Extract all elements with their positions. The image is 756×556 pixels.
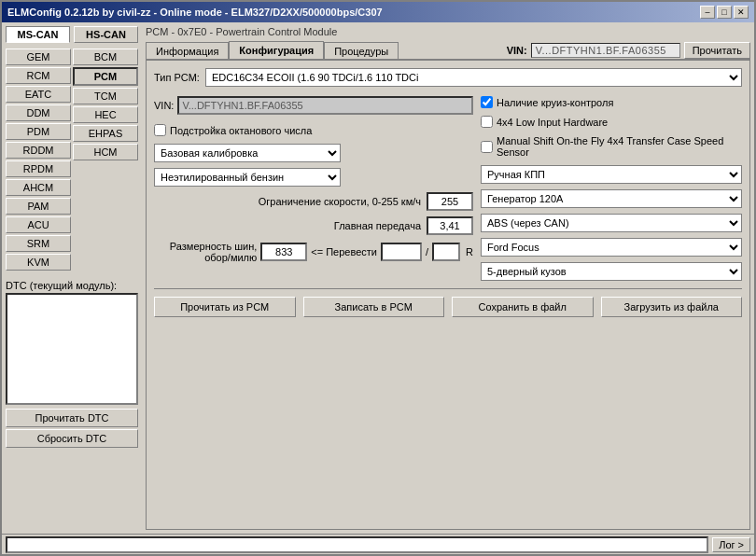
4x4-low-checkbox-label: 4x4 Low Input Hardware [497, 117, 608, 128]
generator-select-row: Генератор 120А [481, 189, 742, 208]
dtc-section: DTC (текущий модуль): Прочитать DTC Сбро… [6, 280, 138, 450]
main-content: MS-CAN HS-CAN GEM RCM EATC DDM PDM RDDM … [2, 22, 754, 534]
tab-header-row: Информация Конфигурация Процедуры [146, 41, 399, 60]
octane-checkbox[interactable] [154, 124, 166, 136]
gear-ratio-label: Главная передача [154, 220, 421, 231]
speed-limit-label: Ограничение скорости, 0-255 км/ч [154, 196, 421, 207]
right-panel: PCM - 0x7E0 - Powertrain Control Module … [142, 22, 754, 534]
pcm-type-row: Тип PCM: EDC16C34 ECOII (1.6 90 TDCi/1.6… [154, 68, 742, 87]
pcm-type-label: Тип PCM: [154, 72, 200, 83]
dtc-list-box [6, 293, 138, 405]
fuel-select-row: Неэтилированный бензин [154, 168, 473, 187]
sidebar-item-rddm[interactable]: RDDM [6, 142, 71, 159]
body-select[interactable]: 5-дверный кузов [481, 262, 742, 281]
calibration-select[interactable]: Базовая калибровка [154, 144, 341, 162]
sidebar-item-tcm[interactable]: TCM [73, 88, 138, 104]
pcm-type-select[interactable]: EDC16C34 ECOII (1.6 90 TDCi/1.6 110 TDCi [205, 68, 742, 87]
log-button[interactable]: Лог > [712, 537, 750, 552]
sidebar-item-ehpas[interactable]: EHPAS [73, 125, 138, 142]
manual-shift-checkbox-label: Manual Shift On-the Fly 4x4 Transfer Cas… [497, 135, 742, 158]
right-column: Наличие круиз-контроля 4x4 Low Input Har… [481, 96, 742, 281]
model-select-row: Ford Focus [481, 238, 742, 257]
calibration-select-row: Базовая калибровка [154, 144, 473, 162]
generator-select[interactable]: Генератор 120А [481, 189, 742, 208]
window-title: ELMConfig 0.2.12b by civil-zz - Online m… [7, 7, 383, 18]
maximize-button[interactable]: □ [717, 6, 732, 19]
sidebar-item-bcm[interactable]: BCM [73, 49, 138, 65]
close-button[interactable]: ✕ [734, 6, 749, 19]
tire-row: Размерность шин, обор/милю <= Перевести … [154, 241, 473, 263]
abs-select-row: ABS (через CAN) [481, 214, 742, 232]
module-header: PCM - 0x7E0 - Powertrain Control Module [146, 26, 750, 37]
cruise-checkbox-row: Наличие круиз-контроля [481, 96, 742, 108]
two-col-layout: VIN: Подстройка октанового числа Базовая… [154, 96, 742, 281]
sidebar-item-acu[interactable]: ACU [6, 216, 71, 233]
4x4-low-checkbox[interactable] [481, 116, 493, 128]
read-dtc-button[interactable]: Прочитать DTC [6, 409, 138, 427]
reset-dtc-button[interactable]: Сбросить DTC [6, 429, 138, 448]
sidebar-item-pam[interactable]: PAM [6, 198, 71, 215]
module-button-grid: GEM RCM EATC DDM PDM RDDM RPDM AHCM PAM … [6, 49, 138, 271]
title-bar: ELMConfig 0.2.12b by civil-zz - Online m… [2, 2, 754, 22]
sidebar-tab-ms-can[interactable]: MS-CAN [6, 26, 70, 43]
status-bar: Лог > [2, 534, 754, 554]
cruise-checkbox[interactable] [481, 96, 493, 108]
octane-checkbox-label: Подстройка октанового числа [170, 125, 312, 136]
main-window: ELMConfig 0.2.12b by civil-zz - Online m… [0, 0, 756, 556]
minimize-button[interactable]: – [700, 6, 715, 19]
octane-checkbox-row: Подстройка октанового числа [154, 124, 473, 136]
vin-field-input[interactable] [177, 96, 473, 115]
window-controls: – □ ✕ [700, 6, 749, 19]
sidebar-item-rpdm[interactable]: RPDM [6, 160, 71, 177]
abs-select[interactable]: ABS (через CAN) [481, 214, 742, 232]
sidebar-item-hcm[interactable]: HCM [73, 144, 138, 160]
fuel-select[interactable]: Неэтилированный бензин [154, 168, 341, 187]
tire-label: Размерность шин, обор/милю [154, 241, 257, 263]
sidebar: MS-CAN HS-CAN GEM RCM EATC DDM PDM RDDM … [2, 22, 142, 534]
sidebar-item-srm[interactable]: SRM [6, 235, 71, 252]
gear-ratio-row: Главная передача [154, 216, 473, 235]
sidebar-item-ddm[interactable]: DDM [6, 104, 71, 121]
transmission-select-row: Ручная КПП [481, 165, 742, 184]
4x4-low-checkbox-row: 4x4 Low Input Hardware [481, 116, 742, 128]
convert-label: <= Перевести [311, 246, 377, 257]
sidebar-item-pcm[interactable]: PCM [73, 67, 138, 86]
sidebar-item-hec[interactable]: HEC [73, 106, 138, 123]
gear-ratio-input[interactable] [427, 216, 473, 235]
dtc-label: DTC (текущий модуль): [6, 280, 138, 291]
sidebar-tab-hs-can[interactable]: HS-CAN [74, 26, 138, 43]
sidebar-item-rcm[interactable]: RCM [6, 67, 71, 84]
vin-row: VIN: [154, 96, 473, 115]
vin-field-label: VIN: [154, 100, 174, 111]
sidebar-item-gem[interactable]: GEM [6, 49, 71, 65]
transmission-select[interactable]: Ручная КПП [481, 165, 742, 184]
vin-area: VIN: V...DFTYHN1.BF.FA06355 Прочитать [507, 42, 750, 59]
model-select[interactable]: Ford Focus [481, 238, 742, 257]
bottom-button-row: Прочитать из PCM Записать в PCM Сохранит… [154, 288, 742, 317]
tire-input[interactable] [260, 243, 307, 261]
read-vin-button[interactable]: Прочитать [684, 42, 750, 59]
convert-input-1[interactable] [381, 243, 422, 261]
load-file-button[interactable]: Загрузить из файла [601, 297, 743, 317]
sidebar-item-pdm[interactable]: PDM [6, 123, 71, 140]
manual-shift-checkbox[interactable] [481, 141, 493, 153]
save-file-button[interactable]: Сохранить в файл [452, 297, 594, 317]
vin-header-label: VIN: [507, 45, 527, 56]
status-input[interactable] [6, 536, 708, 553]
write-pcm-button[interactable]: Записать в PCM [303, 297, 445, 317]
cruise-checkbox-label: Наличие круиз-контроля [497, 97, 613, 108]
tab-protsedury[interactable]: Процедуры [324, 42, 399, 60]
body-select-row: 5-дверный кузов [481, 262, 742, 281]
sidebar-item-eatc[interactable]: EATC [6, 86, 71, 103]
tab-konfiguratsiya[interactable]: Конфигурация [229, 41, 324, 60]
convert-input-2[interactable] [432, 243, 460, 261]
sidebar-item-ahcm[interactable]: AHCM [6, 179, 71, 196]
speed-limit-input[interactable] [427, 192, 473, 211]
left-column: VIN: Подстройка октанового числа Базовая… [154, 96, 473, 281]
convert-separator: / [426, 246, 428, 257]
tab-informatsiya[interactable]: Информация [146, 42, 229, 60]
sidebar-item-kvm[interactable]: KVM [6, 254, 71, 271]
manual-shift-checkbox-row: Manual Shift On-the Fly 4x4 Transfer Cas… [481, 135, 742, 158]
read-pcm-button[interactable]: Прочитать из PCM [154, 297, 296, 317]
config-panel: Тип PCM: EDC16C34 ECOII (1.6 90 TDCi/1.6… [146, 59, 750, 530]
